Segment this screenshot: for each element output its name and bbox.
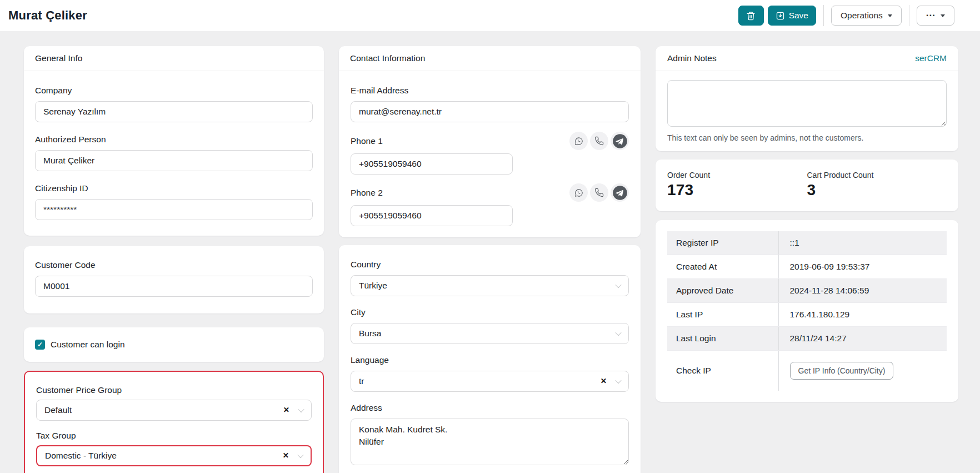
admin-notes-card: Admin Notes serCRM This text can only be…	[656, 46, 958, 151]
citizenship-id-label: Citizenship ID	[35, 183, 313, 193]
email-field: E-mail Address	[351, 86, 629, 122]
detail-value: 2019-06-09 19:53:37	[778, 255, 947, 279]
whatsapp-button[interactable]	[569, 132, 588, 150]
telegram-icon	[612, 133, 628, 149]
toolbar-divider	[823, 5, 824, 26]
details-table: Register IP ::1 Created At 2019-06-09 19…	[667, 231, 947, 391]
content: General Info Company Authorized Person C…	[0, 31, 980, 473]
address-textarea[interactable]: Konak Mah. Kudret Sk. Nilüfer	[351, 419, 629, 465]
customer-price-group-select[interactable]: Default ✕	[36, 400, 312, 421]
table-row: Register IP ::1	[667, 231, 947, 255]
customer-code-input[interactable]	[35, 276, 313, 297]
table-row: Last IP 176.41.180.129	[667, 303, 947, 327]
company-input[interactable]	[35, 101, 313, 122]
save-button[interactable]: Save	[768, 6, 816, 26]
whatsapp-icon	[574, 188, 584, 198]
detail-label: Last Login	[667, 327, 778, 351]
email-label: E-mail Address	[351, 86, 629, 96]
language-field: Language tr ✕	[351, 355, 629, 392]
trash-icon	[746, 11, 756, 21]
clear-icon[interactable]: ✕	[283, 406, 289, 414]
phone2-input[interactable]	[351, 205, 513, 226]
city-label: City	[351, 307, 629, 317]
tax-group-value: Domestic - Türkiye	[45, 451, 117, 461]
page-title: Murat Çeliker	[8, 8, 87, 23]
email-input[interactable]	[351, 101, 629, 122]
general-info-card: General Info Company Authorized Person C…	[24, 46, 324, 236]
phone2-field: Phone 2	[351, 183, 629, 226]
sercrm-link[interactable]: serCRM	[915, 53, 947, 63]
admin-notes-title: Admin Notes	[667, 53, 717, 63]
language-label: Language	[351, 355, 629, 365]
country-select[interactable]: Türkiye	[351, 275, 629, 296]
customer-code-field: Customer Code	[35, 260, 313, 297]
company-field: Company	[35, 86, 313, 122]
phone-icon	[594, 136, 604, 146]
more-button[interactable]: ...	[917, 6, 954, 26]
customer-code-label: Customer Code	[35, 260, 313, 270]
tax-group-field: Tax Group Domestic - Türkiye ✕	[36, 431, 312, 466]
country-field: Country Türkiye	[351, 260, 629, 296]
cart-product-count-stat: Cart Product Count 3	[807, 171, 947, 199]
city-select[interactable]: Bursa	[351, 323, 629, 344]
check-icon: ✓	[37, 341, 43, 348]
telegram-button[interactable]	[611, 132, 629, 150]
clear-icon[interactable]: ✕	[283, 452, 289, 460]
order-count-value: 173	[667, 181, 807, 199]
phone1-label: Phone 1	[351, 136, 383, 146]
detail-label: Register IP	[667, 231, 778, 255]
operations-button[interactable]: Operations	[831, 6, 902, 26]
chevron-down-icon	[298, 406, 304, 412]
get-ip-info-button[interactable]: Get IP Info (Country/City)	[790, 362, 894, 380]
language-value: tr	[359, 376, 364, 386]
authorized-person-input[interactable]	[35, 150, 313, 171]
customer-can-login-label: Customer can login	[51, 340, 125, 350]
delete-button[interactable]	[738, 6, 764, 26]
address-field: Address Konak Mah. Kudret Sk. Nilüfer	[351, 403, 629, 467]
general-info-title: General Info	[35, 53, 82, 63]
operations-button-label: Operations	[841, 11, 883, 21]
phone1-actions	[569, 132, 629, 150]
language-select[interactable]: tr ✕	[351, 371, 629, 392]
details-card: Register IP ::1 Created At 2019-06-09 19…	[656, 220, 958, 402]
detail-label: Approved Date	[667, 279, 778, 303]
table-row: Last Login 28/11/24 14:27	[667, 327, 947, 351]
right-column: Admin Notes serCRM This text can only be…	[656, 46, 958, 402]
customer-price-group-label: Customer Price Group	[36, 385, 312, 395]
clear-icon[interactable]: ✕	[601, 377, 607, 385]
cart-product-count-value: 3	[807, 181, 947, 199]
detail-label: Created At	[667, 255, 778, 279]
city-field: City Bursa	[351, 307, 629, 344]
cart-product-count-label: Cart Product Count	[807, 171, 947, 180]
detail-value: ::1	[778, 231, 947, 255]
customer-can-login-checkbox[interactable]: ✓	[35, 340, 45, 350]
authorized-person-field: Authorized Person	[35, 135, 313, 171]
customer-price-group-field: Customer Price Group Default ✕	[36, 385, 312, 421]
authorized-person-label: Authorized Person	[35, 135, 313, 145]
detail-label: Check IP	[667, 351, 778, 391]
telegram-icon	[612, 185, 628, 201]
phone-icon	[594, 188, 604, 197]
admin-notes-textarea[interactable]	[667, 80, 947, 127]
tax-group-label: Tax Group	[36, 431, 312, 441]
telegram-button[interactable]	[611, 183, 629, 202]
phone1-field: Phone 1	[351, 132, 629, 175]
call-button[interactable]	[590, 132, 608, 150]
caret-down-icon	[888, 14, 892, 17]
phone2-actions	[569, 183, 629, 202]
tax-group-select[interactable]: Domestic - Türkiye ✕	[36, 445, 312, 466]
contact-info-card: Contact Information E-mail Address Phone…	[339, 46, 641, 237]
phone2-label: Phone 2	[351, 188, 383, 198]
left-column: General Info Company Authorized Person C…	[24, 46, 324, 473]
customer-code-card: Customer Code	[24, 246, 324, 313]
whatsapp-button[interactable]	[569, 183, 588, 202]
customer-login-card: ✓ Customer can login	[24, 327, 324, 362]
contact-info-title: Contact Information	[350, 53, 425, 63]
citizenship-id-input[interactable]	[35, 199, 313, 220]
detail-label: Last IP	[667, 303, 778, 327]
phone1-input[interactable]	[351, 153, 513, 175]
location-card: Country Türkiye City Bursa Language	[339, 245, 641, 473]
country-value: Türkiye	[359, 281, 387, 291]
detail-value-action: Get IP Info (Country/City)	[778, 351, 947, 391]
call-button[interactable]	[590, 183, 608, 202]
